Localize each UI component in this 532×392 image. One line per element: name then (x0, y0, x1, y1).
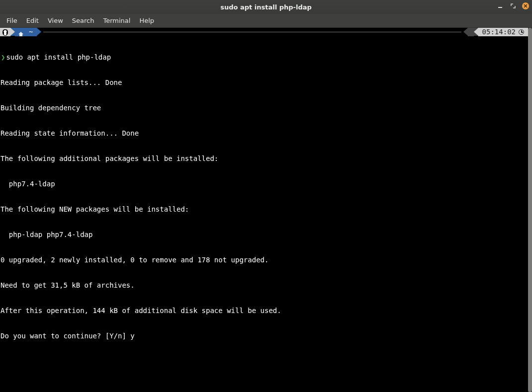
terminal-container: ~ 05:14:02 ❯ sudo apt install php-ldap R… (0, 28, 532, 392)
scrollbar-thumb[interactable] (528, 28, 532, 392)
os-segment (0, 28, 10, 36)
clock-time: 05:14:02 (482, 28, 516, 36)
menubar: File Edit View Search Terminal Help (0, 14, 532, 28)
clock-segment: 05:14:02 (478, 28, 528, 36)
menu-search[interactable]: Search (68, 15, 99, 26)
minimize-button[interactable] (496, 2, 504, 10)
output-line: The following additional packages will b… (0, 155, 528, 163)
close-icon (524, 4, 528, 8)
minimize-icon (497, 3, 503, 9)
status-fill (43, 31, 461, 33)
output-line: After this operation, 144 kB of addition… (0, 307, 528, 315)
prompt-glyph: ❯ (0, 53, 6, 62)
menu-help[interactable]: Help (135, 15, 159, 26)
output-line: Do you want to continue? [Y/n] y (0, 332, 528, 340)
window-title: sudo apt install php-ldap (0, 3, 532, 11)
grey-segment (468, 28, 474, 36)
output-line: php-ldap php7.4-ldap (0, 231, 528, 239)
output-line: php7.4-ldap (0, 180, 528, 188)
segment-separator-icon (463, 28, 468, 36)
window-titlebar: sudo apt install php-ldap (0, 0, 532, 14)
clock-icon (519, 29, 524, 35)
output-line: Need to get 31,5 kB of archives. (0, 281, 528, 290)
home-icon (18, 29, 23, 35)
output-line: Reading package lists... Done (0, 78, 528, 87)
status-right: 05:14:02 (463, 28, 528, 36)
maximize-button[interactable] (509, 2, 517, 10)
menu-edit[interactable]: Edit (22, 15, 43, 26)
path-segment: ~ (27, 28, 37, 36)
terminal[interactable]: ~ 05:14:02 ❯ sudo apt install php-ldap R… (0, 28, 528, 392)
tux-icon (2, 29, 8, 36)
menu-file[interactable]: File (2, 15, 22, 26)
segment-separator-icon (10, 28, 15, 36)
segment-separator-icon (474, 28, 478, 36)
command-text: sudo apt install php-ldap (6, 53, 111, 62)
window-controls (496, 2, 529, 10)
scrollbar[interactable] (528, 28, 532, 392)
segment-separator-icon (37, 28, 41, 36)
close-button[interactable] (522, 2, 529, 9)
output-line: The following NEW packages will be insta… (0, 205, 528, 214)
home-segment (15, 28, 27, 36)
terminal-body: ❯ sudo apt install php-ldap Reading pack… (0, 36, 528, 357)
output-line: Reading state information... Done (0, 129, 528, 138)
powerline-status: ~ 05:14:02 (0, 28, 528, 36)
menu-view[interactable]: View (43, 15, 68, 26)
output-line: 0 upgraded, 2 newly installed, 0 to remo… (0, 256, 528, 264)
maximize-icon (510, 3, 516, 9)
prompt-line: ❯ sudo apt install php-ldap (0, 53, 528, 62)
menu-terminal[interactable]: Terminal (98, 15, 135, 26)
output-line: Building dependency tree (0, 104, 528, 112)
